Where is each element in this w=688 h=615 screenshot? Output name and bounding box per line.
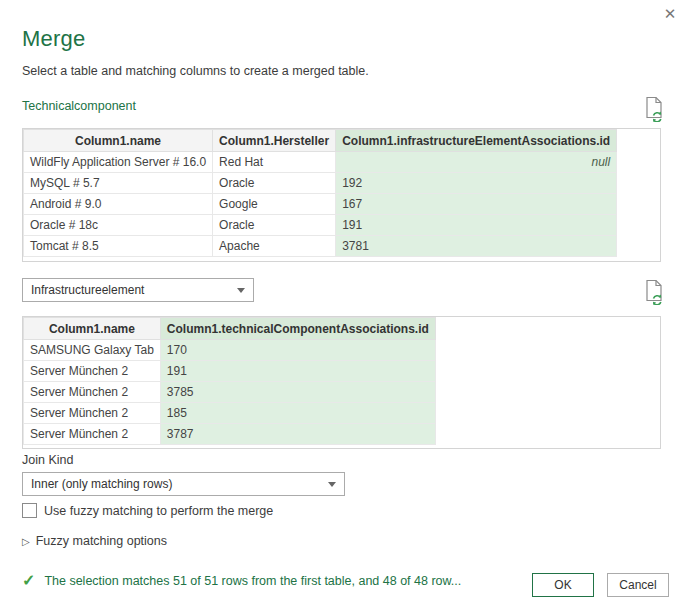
refresh-preview-icon-1[interactable]	[644, 96, 664, 126]
table-cell[interactable]: Oracle	[213, 173, 336, 194]
table-cell[interactable]: 191	[160, 361, 435, 382]
page-title: Merge	[22, 26, 85, 52]
table-cell[interactable]: Server München 2	[24, 382, 161, 403]
chevron-down-icon	[328, 482, 336, 487]
table-cell[interactable]: 3787	[160, 424, 435, 445]
table-cell[interactable]: 192	[336, 173, 617, 194]
table-row: Tomcat # 8.5Apache3781	[24, 236, 617, 257]
table-row: Android # 9.0Google167	[24, 194, 617, 215]
fuzzy-matching-checkbox[interactable]	[22, 503, 37, 518]
table-cell[interactable]: Google	[213, 194, 336, 215]
table-cell[interactable]: 185	[160, 403, 435, 424]
second-table-select[interactable]: Infrastructureelement	[22, 278, 254, 302]
dialog-subtitle: Select a table and matching columns to c…	[22, 64, 369, 78]
table-padding	[23, 445, 660, 449]
fuzzy-matching-checkbox-row[interactable]: Use fuzzy matching to perform the merge	[22, 503, 273, 518]
table-row: SAMSUNG Galaxy Tab170	[24, 340, 436, 361]
fuzzy-options-label: Fuzzy matching options	[36, 534, 167, 548]
table-row: Server München 23785	[24, 382, 436, 403]
checkmark-icon: ✓	[22, 571, 35, 590]
table-cell[interactable]: 191	[336, 215, 617, 236]
table-cell[interactable]: 3785	[160, 382, 435, 403]
table-cell[interactable]: Server München 2	[24, 424, 161, 445]
table-cell[interactable]: Oracle # 18c	[24, 215, 213, 236]
join-kind-select-value: Inner (only matching rows)	[31, 477, 172, 491]
table-cell[interactable]: MySQL # 5.7	[24, 173, 213, 194]
table: Column1.nameColumn1.technicalComponentAs…	[23, 317, 436, 445]
table-cell[interactable]: Tomcat # 8.5	[24, 236, 213, 257]
column-header[interactable]: Column1.name	[24, 130, 213, 152]
table-row: Oracle # 18cOracle191	[24, 215, 617, 236]
table-row: WildFly Application Server # 16.0Red Hat…	[24, 152, 617, 173]
expander-triangle-icon: ▷	[22, 536, 30, 547]
table-row: Server München 2185	[24, 403, 436, 424]
second-table-select-value: Infrastructureelement	[31, 283, 144, 297]
table-cell[interactable]: WildFly Application Server # 16.0	[24, 152, 213, 173]
table-cell[interactable]: Oracle	[213, 215, 336, 236]
table: Column1.nameColumn1.HerstellerColumn1.in…	[23, 129, 617, 257]
table-row: MySQL # 5.7Oracle192	[24, 173, 617, 194]
chevron-down-icon	[237, 288, 245, 293]
second-table-preview: Column1.nameColumn1.technicalComponentAs…	[22, 316, 661, 449]
merge-dialog: { "dialog": { "title": "Merge", "subtitl…	[0, 0, 688, 615]
table-cell[interactable]: Server München 2	[24, 403, 161, 424]
table-cell[interactable]: Apache	[213, 236, 336, 257]
table-padding	[23, 257, 660, 262]
table-cell[interactable]: SAMSUNG Galaxy Tab	[24, 340, 161, 361]
first-table-preview: Column1.nameColumn1.HerstellerColumn1.in…	[22, 128, 661, 262]
join-kind-select[interactable]: Inner (only matching rows)	[22, 472, 345, 496]
table-cell[interactable]: Red Hat	[213, 152, 336, 173]
close-icon[interactable]: ✕	[662, 6, 678, 22]
table-cell[interactable]: 3781	[336, 236, 617, 257]
table-row: Server München 23787	[24, 424, 436, 445]
ok-button[interactable]: OK	[532, 573, 594, 597]
table-cell[interactable]: 170	[160, 340, 435, 361]
table-cell[interactable]: null	[336, 152, 617, 173]
first-table-name: Technicalcomponent	[22, 99, 136, 113]
column-header[interactable]: Column1.name	[24, 318, 161, 340]
match-status-text: The selection matches 51 of 51 rows from…	[44, 574, 461, 588]
table-row: Server München 2191	[24, 361, 436, 382]
table-cell[interactable]: Android # 9.0	[24, 194, 213, 215]
refresh-preview-icon-2[interactable]	[644, 279, 664, 309]
join-kind-label: Join Kind	[22, 453, 73, 467]
column-header[interactable]: Column1.Hersteller	[213, 130, 336, 152]
fuzzy-matching-checkbox-label: Use fuzzy matching to perform the merge	[44, 504, 273, 518]
match-status: ✓ The selection matches 51 of 51 rows fr…	[22, 571, 461, 590]
table-cell[interactable]: Server München 2	[24, 361, 161, 382]
column-header[interactable]: Column1.technicalComponentAssociations.i…	[160, 318, 435, 340]
cancel-button[interactable]: Cancel	[607, 573, 669, 597]
table-cell[interactable]: 167	[336, 194, 617, 215]
fuzzy-options-expander[interactable]: ▷ Fuzzy matching options	[22, 534, 167, 548]
column-header[interactable]: Column1.infrastructureElementAssociation…	[336, 130, 617, 152]
